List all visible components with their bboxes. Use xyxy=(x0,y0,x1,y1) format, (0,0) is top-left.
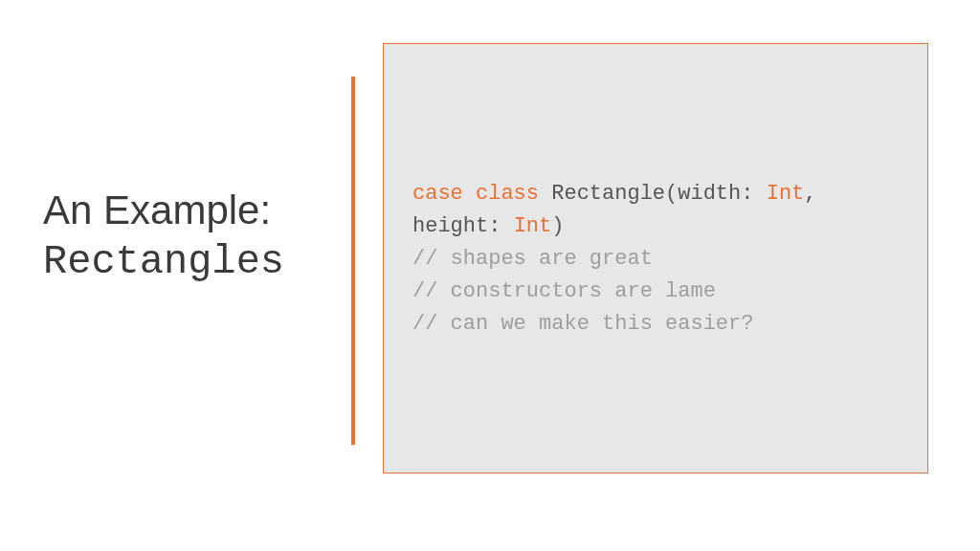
class-name: Rectangle xyxy=(551,182,665,206)
comment-line-1: // shapes are great xyxy=(412,243,899,276)
param2-name: height xyxy=(412,214,488,238)
comment-line-3: // can we make this easier? xyxy=(412,308,899,341)
keyword-class: class xyxy=(476,182,539,206)
comment-line-2: // constructors are lame xyxy=(412,276,899,308)
vertical-divider xyxy=(351,77,355,445)
slide-title: An Example: Rectangles xyxy=(43,187,330,287)
code-declaration: case class Rectangle(width: Int, height:… xyxy=(412,178,899,243)
param1-name: width xyxy=(678,182,741,206)
title-line-2: Rectangles xyxy=(43,238,330,286)
param1-type: Int xyxy=(767,182,805,206)
param2-type: Int xyxy=(514,214,552,238)
title-line-1: An Example: xyxy=(43,187,330,234)
keyword-case: case xyxy=(412,182,463,206)
code-block: case class Rectangle(width: Int, height:… xyxy=(383,43,928,474)
